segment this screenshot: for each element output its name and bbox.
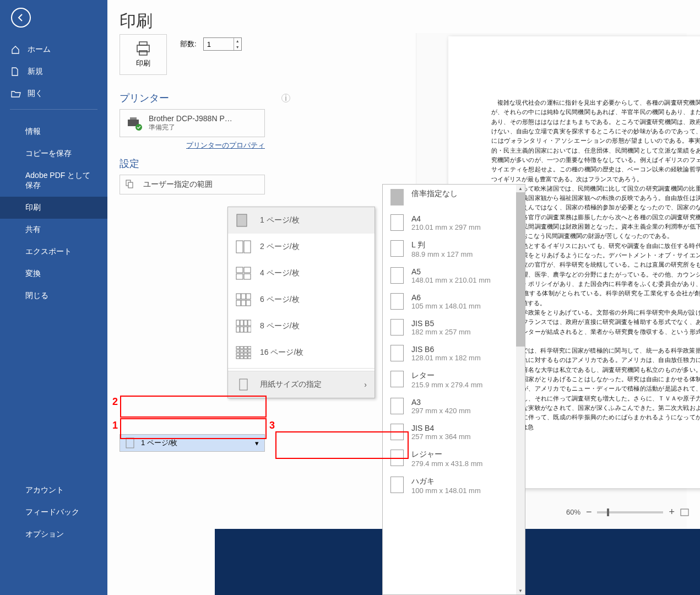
paper-size-option-ハガキ[interactable]: ハガキ100 mm x 148.01 mm — [383, 472, 516, 499]
sidebar-item-閉じる[interactable]: 閉じる — [0, 285, 107, 307]
zoom-control: 60% − + — [566, 506, 689, 518]
pages-per-sheet-option[interactable]: 8 ページ/枚 — [228, 313, 375, 339]
page-range-selector[interactable]: ユーザー指定の範囲 — [120, 175, 265, 194]
svg-rect-41 — [248, 353, 251, 355]
sidebar-item-印刷[interactable]: 印刷 — [0, 197, 107, 219]
svg-rect-18 — [246, 294, 251, 299]
svg-rect-34 — [236, 350, 240, 352]
page-outline-icon — [390, 214, 404, 231]
svg-rect-38 — [236, 353, 240, 355]
sidebar-item-コピーを保存[interactable]: コピーを保存 — [0, 143, 107, 165]
sidebar-item-共有[interactable]: 共有 — [0, 219, 107, 241]
sidebar-item-変換[interactable]: 変換 — [0, 263, 107, 285]
svg-rect-20 — [241, 300, 246, 306]
pages-per-sheet-popup: 1 ページ/枚2 ページ/枚4 ページ/枚6 ページ/枚8 ページ/枚16 ペー… — [227, 207, 375, 398]
svg-rect-16 — [236, 294, 241, 299]
settings-section-title: 設定 — [120, 157, 139, 170]
svg-rect-17 — [241, 294, 246, 299]
zoom-slider[interactable] — [597, 511, 663, 513]
sidebar-item-新規[interactable]: 新規 — [0, 61, 107, 83]
chevron-right-icon: › — [364, 380, 367, 389]
svg-rect-2 — [139, 51, 147, 55]
paper-size-option-レター[interactable]: レター215.9 mm x 279.4 mm — [383, 366, 516, 393]
paper-size-option-L 判[interactable]: L 判88.9 mm x 127 mm — [383, 236, 516, 263]
paper-size-option-A3[interactable]: A3297 mm x 420 mm — [383, 393, 516, 419]
pages-layout-icon — [236, 240, 251, 253]
paper-size-option-A5[interactable]: A5148.01 mm x 210.01 mm — [383, 263, 516, 289]
zoom-value: 60% — [566, 508, 580, 516]
page-outline-icon — [390, 371, 404, 387]
svg-rect-39 — [240, 353, 243, 355]
backstage-sidebar: ホーム新規開く 情報コピーを保存Adobe PDF として保存印刷共有エクスポー… — [0, 0, 107, 595]
svg-rect-9 — [237, 214, 247, 226]
svg-rect-46 — [240, 379, 247, 390]
pages-per-sheet-option[interactable]: 1 ページ/枚 — [228, 207, 375, 234]
page-outline-icon — [390, 189, 404, 205]
sidebar-item-アカウント[interactable]: アカウント — [0, 479, 107, 501]
main-area: 印刷 印刷 部数: 1 ▲▼ プリンター i Brother DCP-J988N… — [107, 0, 700, 595]
chevron-down-icon: ▾ — [255, 439, 259, 447]
paper-size-option-A4[interactable]: A4210.01 mm x 297 mm — [383, 210, 516, 236]
paper-size-submenu[interactable]: 用紙サイズの指定› — [228, 371, 375, 398]
svg-rect-42 — [236, 356, 240, 359]
copies-label: 部数: — [180, 39, 197, 49]
svg-rect-21 — [246, 300, 251, 306]
svg-rect-45 — [248, 356, 251, 359]
print-button[interactable]: 印刷 — [120, 34, 167, 75]
sidebar-item-開く[interactable]: 開く — [0, 83, 107, 105]
svg-rect-15 — [244, 274, 251, 279]
svg-rect-1 — [139, 42, 147, 45]
info-icon[interactable]: i — [281, 94, 290, 102]
pages-per-sheet-option[interactable]: 6 ページ/枚 — [228, 286, 375, 313]
svg-rect-11 — [244, 241, 251, 253]
paper-size-icon — [236, 378, 251, 391]
svg-rect-30 — [236, 347, 240, 349]
printer-properties-link[interactable]: プリンターのプロパティ — [186, 141, 265, 149]
scroll-up-icon[interactable]: ▲ — [516, 185, 525, 192]
copies-input[interactable]: 1 ▲▼ — [203, 37, 242, 51]
pages-per-sheet-option[interactable]: 4 ページ/枚 — [228, 260, 375, 286]
svg-rect-33 — [248, 347, 251, 349]
scrollbar-thumb[interactable] — [516, 192, 525, 347]
file-icon — [11, 67, 21, 76]
pages-layout-icon — [236, 267, 251, 280]
paper-size-option-JIS B6[interactable]: JIS B6128.01 mm x 182 mm — [383, 340, 516, 366]
svg-rect-43 — [240, 356, 243, 359]
svg-rect-7 — [128, 182, 133, 188]
spinner-down-icon[interactable]: ▼ — [234, 44, 241, 50]
sidebar-item-Adobe PDF として保存[interactable]: Adobe PDF として保存 — [0, 165, 107, 197]
zoom-out-button[interactable]: − — [586, 506, 592, 518]
paper-size-option-レジャー[interactable]: レジャー279.4 mm x 431.8 mm — [383, 445, 516, 472]
pages-per-sheet-dropdown[interactable]: 1 ページ/枚 ▾ — [120, 434, 265, 452]
paper-size-option-JIS B5[interactable]: JIS B5182 mm x 257 mm — [383, 315, 516, 340]
scrollbar-track[interactable]: ▲ ▼ — [516, 185, 525, 594]
pages-icon — [126, 180, 138, 190]
sidebar-item-フィードバック[interactable]: フィードバック — [0, 501, 107, 523]
sidebar-item-情報[interactable]: 情報 — [0, 121, 107, 143]
page-outline-icon — [390, 319, 404, 336]
page-outline-icon — [390, 450, 404, 466]
sidebar-item-エクスポート[interactable]: エクスポート — [0, 241, 107, 263]
sidebar-item-ホーム[interactable]: ホーム — [0, 39, 107, 61]
spinner-up-icon[interactable]: ▲ — [234, 38, 241, 44]
page-outline-icon — [390, 345, 404, 361]
paper-size-option-A6[interactable]: A6105 mm x 148.01 mm — [383, 289, 516, 315]
svg-rect-47 — [681, 509, 688, 516]
scroll-down-icon[interactable]: ▼ — [516, 587, 525, 594]
back-button[interactable] — [11, 8, 31, 28]
zoom-in-button[interactable]: + — [669, 506, 675, 518]
paper-size-option-倍率指定なし[interactable]: 倍率指定なし — [383, 185, 516, 210]
pages-per-sheet-option[interactable]: 16 ページ/枚 — [228, 339, 375, 366]
paper-size-option-JIS B4[interactable]: JIS B4257 mm x 364 mm — [383, 419, 516, 445]
sidebar-item-オプション[interactable]: オプション — [0, 523, 107, 545]
home-icon — [11, 45, 21, 54]
page-icon — [126, 437, 135, 448]
printer-selector[interactable]: Brother DCP-J988N P… 準備完了 — [120, 109, 265, 137]
svg-rect-44 — [244, 356, 247, 359]
svg-rect-13 — [244, 267, 251, 273]
svg-rect-24 — [244, 320, 247, 326]
pages-per-sheet-option[interactable]: 2 ページ/枚 — [228, 234, 375, 260]
svg-rect-35 — [240, 350, 243, 352]
fit-page-icon[interactable] — [680, 509, 689, 516]
pages-layout-icon — [236, 293, 251, 306]
